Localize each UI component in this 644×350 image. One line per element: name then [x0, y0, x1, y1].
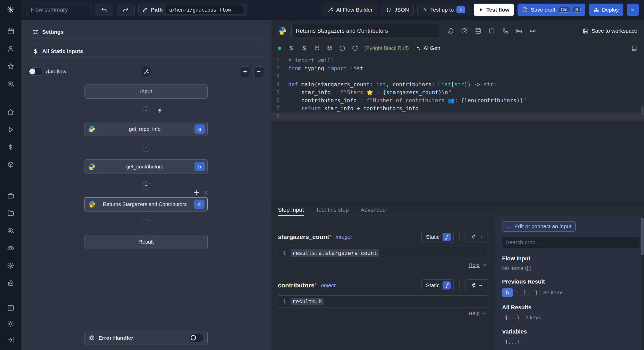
reset-icon[interactable]: [339, 45, 345, 51]
team-icon[interactable]: [5, 224, 17, 237]
step-id-badge: a: [194, 124, 205, 134]
expression-editor[interactable]: 1 results.b: [278, 295, 488, 308]
trigger-bolt-icon: [157, 107, 164, 114]
save-to-workspace-button[interactable]: Save to workspace: [583, 28, 637, 34]
plug-icon: [471, 234, 477, 240]
editor-scrollbar[interactable]: [641, 55, 643, 203]
redo-button[interactable]: [117, 4, 135, 16]
wand-icon: [328, 7, 333, 13]
deploy-button[interactable]: Deploy: [589, 4, 623, 16]
tab-test-this-step[interactable]: Test this step: [316, 204, 349, 216]
deploy-menu-button[interactable]: [627, 4, 639, 16]
gauge-icon[interactable]: [461, 28, 468, 34]
eye-icon[interactable]: [5, 242, 17, 254]
function-icon: ƒ: [443, 233, 451, 241]
cube-icon[interactable]: [5, 158, 17, 171]
tab-step-input[interactable]: Step Input: [278, 204, 304, 216]
edit-path-icon: [142, 7, 148, 13]
play-icon[interactable]: [5, 123, 17, 136]
square-icon[interactable]: [488, 28, 495, 34]
add-step-button[interactable]: [142, 181, 150, 190]
ai-gen-button[interactable]: AI Gen: [415, 45, 440, 51]
flow-step-node-c-selected[interactable]: Returns Stargazers and Contributors c: [84, 197, 208, 211]
field-contributors: contributors* object Static ƒ 1: [278, 279, 488, 317]
package-import-icon[interactable]: [327, 45, 333, 51]
move-handle-icon[interactable]: [194, 190, 199, 195]
test-flow-button[interactable]: Test flow: [474, 4, 514, 16]
connect-input-button[interactable]: [465, 279, 488, 291]
flow-step-node-a[interactable]: get_repo_info a: [84, 122, 208, 136]
path-input[interactable]: [166, 5, 243, 14]
all-static-inputs-button[interactable]: All Static Inputs: [28, 45, 264, 57]
zoom-out-button[interactable]: −: [253, 66, 264, 77]
add-step-button[interactable]: [142, 219, 150, 227]
calendar-icon[interactable]: [5, 25, 17, 37]
flow-settings-button[interactable]: Settings: [28, 26, 264, 38]
props-scrollbar[interactable]: [641, 216, 644, 350]
step-editor-panel: Save to workspace $ $ (Pyright Black Ruf…: [271, 20, 644, 350]
columns-icon[interactable]: [5, 302, 17, 314]
code-editor[interactable]: 1# import wmill2from typing import List3…: [271, 55, 644, 203]
flow-input-node[interactable]: Input: [84, 84, 208, 99]
phone-icon[interactable]: [502, 28, 509, 34]
flow-summary-input[interactable]: [27, 4, 91, 16]
dollar-icon[interactable]: [5, 141, 17, 153]
dataflow-toggle[interactable]: dataflow: [28, 67, 66, 76]
all-results-row: {...} 2 keys: [502, 314, 637, 321]
edit-or-connect-button[interactable]: ← Edit or connect an input: [502, 221, 576, 232]
sun-icon[interactable]: [5, 318, 17, 330]
error-handler-toggle[interactable]: [189, 334, 204, 342]
add-variable-icon[interactable]: $: [288, 45, 294, 52]
input-mode-toggle[interactable]: Static ƒ: [421, 231, 454, 243]
flow-step-node-b[interactable]: get_contributors b: [84, 159, 208, 174]
bot-icon[interactable]: [5, 277, 17, 289]
database-icon[interactable]: [475, 28, 481, 34]
users-icon[interactable]: [5, 78, 17, 90]
ai-flow-builder-button[interactable]: AI Flow Builder: [323, 4, 377, 16]
help-link[interactable]: Help: [469, 310, 487, 317]
home-icon[interactable]: [5, 106, 17, 118]
collapsed-array-chip[interactable]: [...]: [520, 289, 540, 296]
input-mode-toggle[interactable]: Static ƒ: [421, 279, 454, 291]
add-resource-icon[interactable]: $: [301, 45, 308, 52]
windmill-logo[interactable]: ✳: [7, 0, 14, 20]
expression-editor[interactable]: 1 results.a.stargazers_count: [278, 247, 488, 259]
package-icon[interactable]: [314, 45, 320, 51]
library-book-icon[interactable]: [631, 45, 637, 51]
undo-button[interactable]: [95, 4, 113, 16]
flow-result-node[interactable]: Result: [84, 235, 208, 249]
folder-icon[interactable]: [5, 207, 17, 219]
test-up-to-button[interactable]: Test up to c: [417, 4, 470, 16]
add-step-button[interactable]: [142, 106, 150, 114]
step-id-badge: b: [194, 162, 205, 171]
reload-icon[interactable]: [352, 45, 358, 51]
refresh-icon[interactable]: [447, 28, 454, 34]
collapsed-object-chip[interactable]: {...}: [502, 338, 522, 345]
collapsed-object-chip[interactable]: {...}: [502, 314, 522, 321]
help-link[interactable]: Help: [469, 262, 487, 268]
error-handler-bar[interactable]: Error Handler: [84, 331, 208, 345]
field-name: stargazers_count*: [278, 233, 332, 241]
play-small-icon: [422, 7, 427, 12]
field-stargazers-count: stargazers_count* integer Static ƒ: [278, 231, 488, 268]
kbd-s: S: [573, 7, 581, 13]
briefcase-icon[interactable]: [5, 189, 17, 202]
prop-search-input[interactable]: [502, 237, 640, 248]
python-icon: [88, 163, 96, 170]
gear-icon[interactable]: [5, 259, 17, 272]
voicemail-icon[interactable]: [529, 28, 536, 34]
bed-icon[interactable]: [516, 28, 522, 34]
ai-wand-button[interactable]: [140, 66, 152, 78]
user-icon[interactable]: [5, 42, 17, 55]
close-icon[interactable]: [203, 190, 209, 195]
tab-advanced[interactable]: Advanced: [361, 204, 386, 216]
zoom-in-button[interactable]: +: [240, 66, 250, 77]
arrow-right-icon: [478, 235, 483, 239]
connect-input-button[interactable]: [465, 231, 488, 243]
save-draft-button[interactable]: Save draft Ctrl S: [518, 4, 585, 16]
star-icon[interactable]: [5, 60, 17, 72]
json-button[interactable]: JSON: [381, 4, 414, 16]
add-step-button[interactable]: [142, 144, 150, 152]
step-title-input[interactable]: [291, 24, 439, 38]
expand-sidebar-icon[interactable]: [5, 334, 17, 346]
